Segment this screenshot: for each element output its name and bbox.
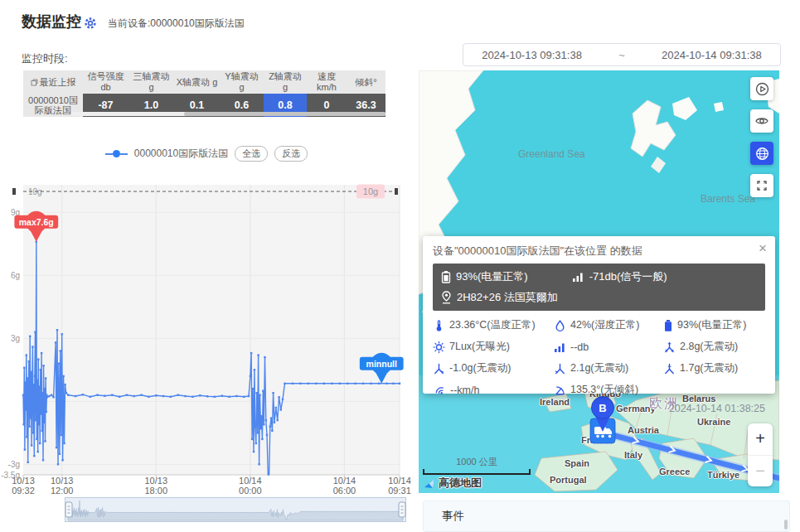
map-label-greenland-sea: Greenland Sea xyxy=(518,148,585,160)
svg-text:10/13: 10/13 xyxy=(51,476,74,486)
popup-title: 设备"00000010国际版法国"在该位置 的数据 xyxy=(433,244,765,259)
svg-text:09:32: 09:32 xyxy=(12,486,35,496)
sensor-humidity: 42%(湿度正常) xyxy=(554,318,663,332)
events-title: 事件 xyxy=(442,509,464,524)
col-recent-report: 最近上报 xyxy=(23,70,83,94)
col-signal: 信号强度 db xyxy=(83,70,128,94)
svg-text:minnull: minnull xyxy=(366,359,397,369)
play-track-button[interactable] xyxy=(750,77,773,100)
svg-text:10/14: 10/14 xyxy=(239,476,262,486)
svg-text:max7.6g: max7.6g xyxy=(19,217,54,227)
table-horizontal-scrollbar[interactable] xyxy=(71,112,385,116)
svg-text:18:00: 18:00 xyxy=(145,486,168,496)
humidity-icon xyxy=(554,319,566,332)
battery-icon xyxy=(441,270,451,283)
sensor-signal: --db xyxy=(554,340,663,354)
svg-text:10/13: 10/13 xyxy=(145,476,168,486)
map-label-turkiye: Türkiye xyxy=(707,470,739,480)
popup-timestamp: 2024-10-14 01:38:25 xyxy=(433,403,765,414)
col-z-vibration: Z轴震动 g xyxy=(264,70,307,94)
sensor-temperature: 23.36°C(温度正常) xyxy=(433,318,554,332)
map-zoom-control: + − xyxy=(748,423,773,486)
play-icon xyxy=(755,82,769,96)
map-label-italy: Italy xyxy=(624,450,642,460)
map-scale-bar: 1000 公里 xyxy=(423,456,531,475)
sensor-vibration-x: -1.0g(无震动) xyxy=(433,361,554,375)
date-start-input[interactable]: 2024-10-13 09:31:38 xyxy=(482,49,582,61)
sensor-grid: 23.36°C(温度正常) 42%(湿度正常) 93%(电量正常) 7Lux(无… xyxy=(433,318,765,397)
vibration-line-chart[interactable]: 10/1309:3210/1312:0010/1318:0010/1400:00… xyxy=(0,178,406,497)
svg-text:3g: 3g xyxy=(11,334,20,343)
date-end-input[interactable]: 2024-10-14 09:31:38 xyxy=(662,49,762,61)
light-icon xyxy=(433,341,445,354)
settings-gear-icon[interactable] xyxy=(83,16,98,31)
amap-logo[interactable]: 高德地图 xyxy=(424,476,482,491)
scale-text: 1000 公里 xyxy=(456,457,497,467)
map-label-france: France xyxy=(581,435,611,445)
svg-text:12:00: 12:00 xyxy=(51,486,74,496)
vibration-axis-icon xyxy=(663,362,676,375)
popup-close-icon[interactable]: × xyxy=(759,241,767,255)
tilt-icon xyxy=(554,384,566,397)
sensor-light: 7Lux(无曝光) xyxy=(433,340,554,354)
banner-battery: 93%(电量正常) xyxy=(441,269,528,284)
monitor-period-label: 监控时段: xyxy=(22,51,68,66)
sensor-speed: --km/h xyxy=(433,383,554,397)
zoom-out-button[interactable]: − xyxy=(748,455,773,487)
col-x-vibration: X轴震动 g xyxy=(174,70,220,94)
col-y-vibration: Y轴震动 g xyxy=(220,70,264,94)
sensor-vibration-y: 2.1g(无震动) xyxy=(554,361,663,375)
svg-text:00:00: 00:00 xyxy=(239,486,262,496)
legend-series-label[interactable]: 00000010国际版法国 xyxy=(134,147,228,161)
chart-legend: 00000010国际版法国 全选 反选 xyxy=(7,146,406,162)
vibration-axis-icon xyxy=(433,362,445,375)
sensor-vibration-total: 2.8g(无震动) xyxy=(663,340,765,354)
svg-text:-3.5g: -3.5g xyxy=(1,471,20,480)
zoom-in-button[interactable]: + xyxy=(748,423,773,455)
legend-series-marker[interactable] xyxy=(105,150,128,157)
svg-text:10g: 10g xyxy=(363,186,378,196)
battery-icon xyxy=(663,319,673,332)
globe-icon xyxy=(755,147,769,161)
sensor-vibration-z: 1.7g(无震动) xyxy=(663,361,765,375)
banner-signal: -71db(信号一般) xyxy=(572,269,667,284)
table-header-row: 最近上报 信号强度 db 三轴震动 g X轴震动 g Y轴震动 g Z轴震动 g… xyxy=(23,70,385,94)
svg-text:10/14: 10/14 xyxy=(333,476,356,486)
eye-icon xyxy=(754,114,769,128)
invert-selection-button[interactable]: 反选 xyxy=(274,146,308,162)
map-label-portugal: Portugal xyxy=(550,475,587,485)
svg-text:6g: 6g xyxy=(11,271,20,280)
sensor-battery: 93%(电量正常) xyxy=(663,318,765,332)
data-monitor-page: 数据监控 当前设备:00000010国际版法国 监控时段: 最近上报 信号强度 … xyxy=(0,0,800,532)
map-layer-button[interactable] xyxy=(750,142,773,165)
amap-triangle-icon xyxy=(424,477,436,490)
speed-icon xyxy=(433,384,446,396)
svg-text:-3g: -3g xyxy=(8,460,20,469)
scrollbar-thumb[interactable] xyxy=(184,112,385,116)
svg-text:09:31: 09:31 xyxy=(388,486,411,496)
expand-icon xyxy=(755,179,768,192)
banner-location: 2H82+26 法国莫爾加 xyxy=(441,290,558,305)
visibility-button[interactable] xyxy=(750,109,773,133)
chart-datazoom-slider[interactable] xyxy=(65,497,406,522)
current-device-label: 当前设备:00000010国际版法国 xyxy=(108,17,245,31)
recent-report-icon xyxy=(31,79,38,86)
date-range-picker[interactable]: 2024-10-13 09:31:38 ~ 2024-10-14 09:31:3… xyxy=(463,43,781,66)
events-scrollbar[interactable] xyxy=(784,520,788,530)
select-all-button[interactable]: 全选 xyxy=(235,146,268,162)
page-title: 数据监控 xyxy=(22,12,81,31)
device-data-table[interactable]: 最近上报 信号强度 db 三轴震动 g X轴震动 g Y轴震动 g Z轴震动 g… xyxy=(23,70,385,117)
map-label-spain: Spain xyxy=(565,458,589,468)
map-label-austria: Austria xyxy=(628,425,659,435)
sensor-tilt: 135.3°(无倾斜) xyxy=(554,383,663,397)
date-range-separator: ~ xyxy=(618,49,625,61)
fullscreen-button[interactable] xyxy=(750,174,773,197)
location-pin-icon xyxy=(441,291,452,304)
svg-text:10/14: 10/14 xyxy=(388,476,411,486)
signal-bars-icon xyxy=(572,271,584,283)
map-label-ukraine: Ukraine xyxy=(697,417,730,427)
map-canvas[interactable]: Greenland Sea Barents Sea Ireland Kingdo… xyxy=(419,70,779,493)
col-triaxial-vibration: 三轴震动 g xyxy=(128,70,174,94)
events-panel[interactable]: 事件 xyxy=(423,501,790,532)
device-info-popup: 设备"00000010国际版法国"在该位置 的数据 × 93%(电量正常) -7… xyxy=(423,236,775,394)
